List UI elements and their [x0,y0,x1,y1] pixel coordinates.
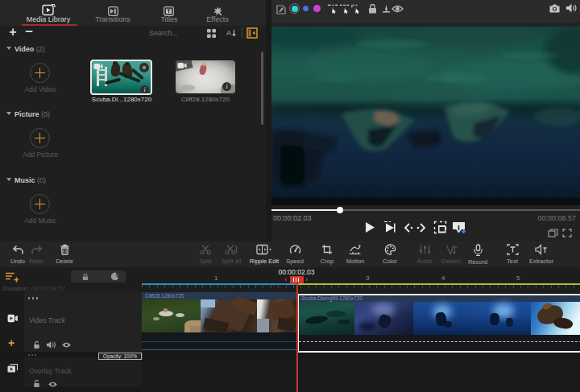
svg-text:A: A [226,29,231,37]
